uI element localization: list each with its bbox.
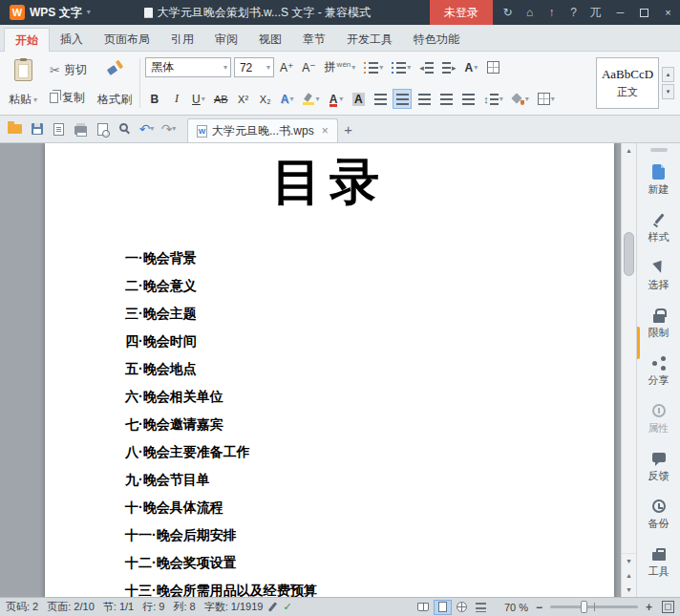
format-painter-button[interactable]: 格式刷 <box>95 55 135 111</box>
read-mode-button[interactable] <box>414 600 433 615</box>
toc-item[interactable]: 四·晚会时间 <box>125 328 614 355</box>
distribute-button[interactable] <box>458 89 478 109</box>
toc-item[interactable]: 一·晚会背景 <box>125 244 614 272</box>
justify-button[interactable] <box>436 89 456 109</box>
zoom-slider[interactable] <box>550 605 638 608</box>
upload-icon[interactable]: ↑ <box>541 0 563 25</box>
shrink-font-button[interactable]: A⁻ <box>299 57 318 77</box>
print-button[interactable] <box>70 117 92 140</box>
highlight-button[interactable]: ▾ <box>300 89 323 109</box>
home-icon[interactable]: ⌂ <box>519 0 541 25</box>
copy-button[interactable]: 复制 <box>47 88 90 107</box>
cut-button[interactable]: ✂剪切 <box>47 60 90 79</box>
align-right-button[interactable] <box>414 89 434 109</box>
font-size-select[interactable]: 72▾ <box>234 57 274 77</box>
zoom-out-button[interactable]: − <box>533 602 545 613</box>
minimize-button[interactable]: ─ <box>608 0 632 25</box>
skin-icon[interactable]: 兀 <box>584 0 606 25</box>
line-spacing-button[interactable]: ↕▾ <box>480 89 506 109</box>
status-section[interactable]: 节: 1/1 <box>103 600 134 614</box>
status-column[interactable]: 列: 8 <box>173 600 195 614</box>
numbered-list-button[interactable]: ▾ <box>389 57 414 77</box>
strikethrough-button[interactable]: AB <box>211 89 231 109</box>
vertical-scrollbar[interactable]: ▲ ▼ ▲ ▼ <box>621 143 636 597</box>
tab-home[interactable]: 开始 <box>4 28 50 52</box>
zoom-in-button[interactable]: + <box>643 602 655 613</box>
align-left-button[interactable] <box>371 89 390 109</box>
status-page-of[interactable]: 页面: 2/10 <box>47 600 95 614</box>
increase-indent-button[interactable]: ▸ <box>439 57 459 77</box>
close-button[interactable]: × <box>656 0 680 25</box>
sidebar-item-tools[interactable]: 工具 <box>648 545 669 577</box>
login-button[interactable]: 未登录 <box>430 0 493 25</box>
sidebar-item-select[interactable]: 选择 <box>648 259 669 290</box>
previous-page-button[interactable]: ▲ <box>622 568 636 583</box>
app-menu-button[interactable]: W WPS 文字 ▾ <box>0 0 100 25</box>
pinyin-guide-button[interactable]: 拼wén▾ <box>322 57 359 77</box>
toc-item[interactable]: 二·晚会意义 <box>125 272 614 300</box>
sidebar-item-restrict[interactable]: 限制 <box>648 307 669 338</box>
scrollbar-thumb[interactable] <box>624 232 634 276</box>
toc-item[interactable]: 九·晚会节目单 <box>125 466 614 494</box>
document-page[interactable]: 目录 一·晚会背景 二·晚会意义 三·晚会主题 四·晚会时间 五·晚会地点 六·… <box>45 143 614 597</box>
sync-icon[interactable]: ↻ <box>497 0 519 25</box>
find-replace-button[interactable] <box>114 117 136 140</box>
export-button[interactable] <box>48 117 70 140</box>
style-gallery-down-button[interactable]: ▾ <box>662 84 674 99</box>
bullet-list-button[interactable]: ▾ <box>361 57 386 77</box>
zoom-level-label[interactable]: 70 % <box>504 602 528 613</box>
tab-special-features[interactable]: 特色功能 <box>403 29 470 51</box>
align-center-button[interactable] <box>393 89 412 109</box>
text-tools-button[interactable]: A▾ <box>461 57 480 77</box>
superscript-button[interactable]: X² <box>234 89 253 109</box>
toc-item[interactable]: 八·晚会主要准备工作 <box>125 438 614 466</box>
sidebar-item-styles[interactable]: 样式 <box>648 211 669 243</box>
grow-font-button[interactable]: A⁺ <box>277 57 296 77</box>
document-heading[interactable]: 目录 <box>45 149 614 216</box>
scroll-up-button[interactable]: ▲ <box>622 143 636 158</box>
zoom-slider-thumb[interactable] <box>581 601 587 613</box>
sidebar-item-backup[interactable]: 备份 <box>648 498 669 529</box>
underline-button[interactable]: U▾ <box>189 89 208 109</box>
text-effects-button[interactable]: A▾ <box>278 89 297 109</box>
font-name-select[interactable]: 黑体▾ <box>145 57 231 77</box>
toc-item[interactable]: 十一·晚会后期安排 <box>125 521 614 549</box>
style-normal-button[interactable]: AaBbCcD 正文 <box>596 57 659 109</box>
status-line[interactable]: 行: 9 <box>142 600 164 614</box>
panel-grip-handle[interactable] <box>650 148 668 152</box>
table-button[interactable] <box>483 57 502 77</box>
toc-item[interactable]: 三·晚会主题 <box>125 300 614 328</box>
sidebar-item-share[interactable]: 分享 <box>648 354 669 386</box>
tab-insert[interactable]: 插入 <box>50 29 94 51</box>
open-file-button[interactable] <box>4 117 26 140</box>
subscript-button[interactable]: X₂ <box>256 89 275 109</box>
decrease-indent-button[interactable]: ◂ <box>416 57 436 77</box>
proofing-check-icon[interactable]: ✓ <box>283 602 291 612</box>
scroll-down-button[interactable]: ▼ <box>622 554 636 568</box>
document-tab[interactable]: W 大学元旦晚...书.wps × <box>187 118 338 142</box>
help-icon[interactable]: ? <box>563 0 584 25</box>
print-layout-button[interactable] <box>434 600 452 615</box>
borders-button[interactable]: ▾ <box>535 89 558 109</box>
new-tab-button[interactable]: + <box>338 117 359 140</box>
web-layout-button[interactable] <box>453 600 471 615</box>
undo-button[interactable]: ↶▾ <box>136 117 158 140</box>
tab-developer[interactable]: 开发工具 <box>336 29 403 51</box>
print-preview-button[interactable] <box>92 117 114 140</box>
bold-button[interactable]: B <box>145 89 164 109</box>
next-page-button[interactable]: ▼ <box>622 583 636 597</box>
toc-item[interactable]: 十二·晚会奖项设置 <box>125 549 614 577</box>
sidebar-item-feedback[interactable]: 反馈 <box>648 450 669 481</box>
maximize-button[interactable] <box>632 0 656 25</box>
redo-button[interactable]: ↷▾ <box>158 117 180 140</box>
close-tab-icon[interactable]: × <box>322 124 329 138</box>
shading-button[interactable]: ▾ <box>509 89 532 109</box>
toc-item[interactable]: 七·晚会邀请嘉宾 <box>125 411 614 438</box>
char-shading-button[interactable]: A <box>349 89 368 109</box>
spellcheck-pencil-icon[interactable] <box>268 602 277 611</box>
italic-button[interactable]: I <box>167 89 186 109</box>
font-color-button[interactable]: A▾ <box>326 89 347 109</box>
toc-item[interactable]: 六·晚会相关单位 <box>125 383 614 411</box>
style-gallery-up-button[interactable]: ▴ <box>662 67 674 82</box>
sidebar-item-new[interactable]: 新建 <box>648 163 669 195</box>
